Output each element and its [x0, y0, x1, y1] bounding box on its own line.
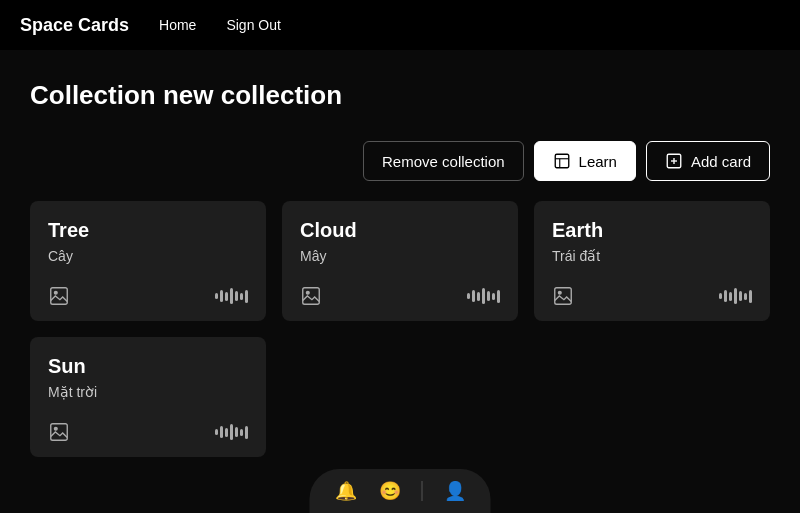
svg-rect-0: [555, 154, 569, 168]
svg-rect-12: [51, 424, 68, 441]
card-term: Sun: [48, 355, 248, 378]
waveform-icon: [719, 286, 752, 306]
smiley-icon[interactable]: 😊: [378, 479, 402, 503]
svg-point-9: [306, 291, 309, 294]
image-icon: [48, 285, 70, 307]
image-icon: [48, 421, 70, 443]
card-top: Cloud Mây: [300, 219, 500, 264]
card-top: Earth Trái đất: [552, 219, 752, 264]
image-icon: [552, 285, 574, 307]
card-top: Sun Mặt trời: [48, 355, 248, 400]
bottom-divider: [422, 481, 423, 501]
card-icons: [300, 285, 500, 307]
person-icon[interactable]: 👤: [443, 479, 467, 503]
svg-rect-6: [51, 288, 68, 305]
card-icons: [48, 421, 248, 443]
svg-rect-8: [303, 288, 320, 305]
card-icons: [552, 285, 752, 307]
waveform-icon: [215, 422, 248, 442]
add-card-label: Add card: [691, 153, 751, 170]
add-card-button[interactable]: Add card: [646, 141, 770, 181]
nav-signout[interactable]: Sign Out: [226, 17, 280, 33]
learn-button[interactable]: Learn: [534, 141, 636, 181]
bottom-bar: 🔔 😊 👤: [310, 469, 491, 513]
card-term: Earth: [552, 219, 752, 242]
card-top: Tree Cây: [48, 219, 248, 264]
image-icon: [300, 285, 322, 307]
card-icons: [48, 285, 248, 307]
book-icon: [553, 152, 571, 170]
nav-home[interactable]: Home: [159, 17, 196, 33]
remove-collection-button[interactable]: Remove collection: [363, 141, 524, 181]
learn-label: Learn: [579, 153, 617, 170]
card-definition: Trái đất: [552, 248, 752, 264]
waveform-icon: [467, 286, 500, 306]
bell-icon[interactable]: 🔔: [334, 479, 358, 503]
card-tree[interactable]: Tree Cây: [30, 201, 266, 321]
card-definition: Cây: [48, 248, 248, 264]
svg-point-13: [54, 427, 57, 430]
cards-grid: Tree Cây: [30, 201, 770, 457]
card-definition: Mây: [300, 248, 500, 264]
card-term: Tree: [48, 219, 248, 242]
navbar: Space Cards Home Sign Out: [0, 0, 800, 50]
brand: Space Cards: [20, 15, 129, 36]
svg-rect-10: [555, 288, 572, 305]
card-cloud[interactable]: Cloud Mây: [282, 201, 518, 321]
card-earth[interactable]: Earth Trái đất: [534, 201, 770, 321]
card-definition: Mặt trời: [48, 384, 248, 400]
card-term: Cloud: [300, 219, 500, 242]
main-content: Collection new collection Remove collect…: [0, 50, 800, 477]
page-title: Collection new collection: [30, 80, 770, 111]
svg-point-7: [54, 291, 57, 294]
waveform-icon: [215, 286, 248, 306]
svg-point-11: [558, 291, 561, 294]
actions-row: Remove collection Learn Add card: [30, 141, 770, 181]
card-sun[interactable]: Sun Mặt trời: [30, 337, 266, 457]
plus-square-icon: [665, 152, 683, 170]
